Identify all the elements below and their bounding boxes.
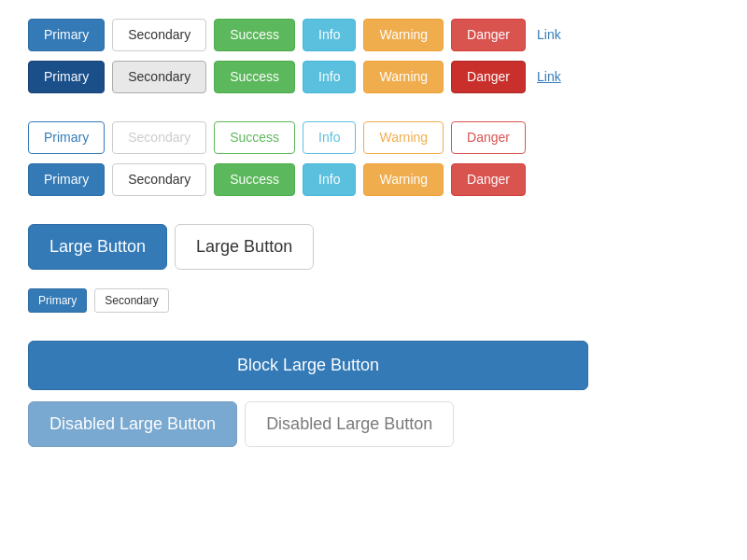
success-button-3[interactable]: Success <box>214 163 295 196</box>
button-row-1: Primary Secondary Success Info Warning D… <box>28 19 719 51</box>
info-button-3[interactable]: Info <box>303 163 356 196</box>
large-secondary-button[interactable]: Large Button <box>175 224 314 270</box>
button-row-4: Primary Secondary Success Info Warning D… <box>28 163 719 196</box>
warning-button-2[interactable]: Warning <box>363 61 444 93</box>
button-row-3: Primary Secondary Success Info Warning D… <box>28 121 719 154</box>
outline-success-button-1[interactable]: Success <box>214 121 295 154</box>
disabled-button-row: Disabled Large Button Disabled Large But… <box>28 401 719 447</box>
disabled-secondary-large-button: Disabled Large Button <box>245 401 454 447</box>
danger-button-3[interactable]: Danger <box>451 163 526 196</box>
button-row-2: Primary Secondary Success Info Warning D… <box>28 61 719 93</box>
primary-button-1[interactable]: Primary <box>28 19 105 51</box>
warning-button-1[interactable]: Warning <box>363 19 444 51</box>
large-button-row: Large Button Large Button <box>28 224 719 270</box>
block-large-button[interactable]: Block Large Button <box>28 341 588 390</box>
primary-button-2[interactable]: Primary <box>28 61 105 93</box>
large-primary-button[interactable]: Large Button <box>28 224 167 270</box>
danger-button-1[interactable]: Danger <box>451 19 526 51</box>
outline-warning-button-1[interactable]: Warning <box>363 121 444 154</box>
outline-info-button-1[interactable]: Info <box>303 121 356 154</box>
small-secondary-button[interactable]: Secondary <box>94 288 168 313</box>
success-button-2[interactable]: Success <box>214 61 295 93</box>
secondary-button-2[interactable]: Secondary <box>112 61 206 93</box>
primary-button-3[interactable]: Primary <box>28 163 105 196</box>
info-button-1[interactable]: Info <box>303 19 356 51</box>
small-primary-button[interactable]: Primary <box>28 288 87 313</box>
outline-secondary-button-1[interactable]: Secondary <box>112 121 206 154</box>
disabled-primary-large-button: Disabled Large Button <box>28 401 237 447</box>
warning-button-3[interactable]: Warning <box>363 163 444 196</box>
danger-button-2[interactable]: Danger <box>451 61 526 93</box>
outline-primary-button-1[interactable]: Primary <box>28 121 105 154</box>
info-button-2[interactable]: Info <box>303 61 356 93</box>
outline-danger-button-1[interactable]: Danger <box>451 121 526 154</box>
small-button-row: Primary Secondary <box>28 288 719 313</box>
secondary-button-3[interactable]: Secondary <box>112 163 206 196</box>
secondary-button-1[interactable]: Secondary <box>112 19 206 51</box>
link-button-1[interactable]: Link <box>533 20 565 50</box>
success-button-1[interactable]: Success <box>214 19 295 51</box>
link-button-2[interactable]: Link <box>533 62 565 92</box>
